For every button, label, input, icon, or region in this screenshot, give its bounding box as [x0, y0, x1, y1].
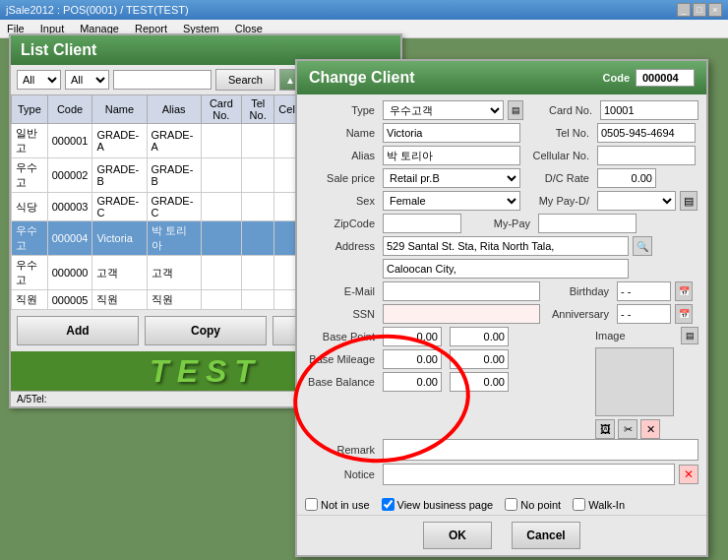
base-point-label: Base Point: [305, 331, 379, 342]
change-client-dialog: Change Client Code 000004 Type 우수고객 ▤ Ca…: [295, 59, 708, 557]
dc-rate-label: D/C Rate: [524, 172, 593, 184]
type-label: Type: [305, 104, 379, 116]
ssn-input[interactable]: [383, 304, 540, 324]
col-cardno: Card No.: [201, 95, 241, 124]
my-pay-d-dropdown[interactable]: [597, 191, 676, 211]
minimize-btn[interactable]: _: [677, 3, 691, 17]
base-balance-row: Base Balance: [305, 372, 589, 392]
tel-label-dialog: Tel No.: [524, 127, 593, 139]
address1-input[interactable]: [383, 236, 629, 256]
zip-input[interactable]: [383, 214, 461, 233]
remark-label: Remark: [305, 444, 379, 456]
notice-input[interactable]: [383, 464, 675, 485]
sex-dropdown[interactable]: Female: [383, 191, 520, 211]
copy-button[interactable]: Copy: [145, 316, 267, 345]
alias-input[interactable]: [383, 146, 520, 165]
col-telno: Tel No.: [242, 95, 274, 124]
ssn-label: SSN: [305, 308, 379, 320]
code-section: Code 000004: [603, 69, 696, 87]
my-pay-input[interactable]: [538, 214, 637, 233]
birthday-input[interactable]: [617, 281, 671, 301]
name-label: Name: [305, 127, 379, 139]
cancel-button[interactable]: Cancel: [512, 522, 580, 549]
sale-price-dropdown[interactable]: Retail pr.B: [383, 168, 520, 188]
cellular-input[interactable]: [597, 146, 696, 165]
image-section: Image ▤ 🖼 ✂ ✕: [595, 327, 698, 439]
address-row1: Address 🔍: [305, 236, 698, 256]
title-bar: jSale2012 : POS(0001) / TEST(TEST) _ □ ×: [0, 0, 728, 20]
maximize-btn[interactable]: □: [693, 3, 706, 17]
anniversary-label: Anniversary: [544, 308, 613, 320]
remark-row: Remark: [305, 439, 698, 461]
base-mileage-right-input[interactable]: [450, 349, 509, 369]
base-balance-label: Base Balance: [305, 376, 379, 388]
image-btn2[interactable]: ✂: [618, 419, 637, 439]
image-label: Image: [595, 330, 626, 342]
tel-input[interactable]: [597, 123, 696, 143]
zip-row: ZipCode My-Pay: [305, 214, 698, 233]
search-input[interactable]: [113, 70, 212, 90]
type-icon-btn[interactable]: ▤: [508, 100, 523, 120]
test-text: TEST: [150, 353, 262, 390]
alias-row: Alias Cellular No.: [305, 146, 698, 165]
ok-button[interactable]: OK: [423, 522, 492, 549]
base-balance-input[interactable]: [383, 372, 442, 392]
dc-rate-input[interactable]: [597, 168, 656, 188]
base-section: Base Point Base Mileage Base Balance: [305, 327, 698, 439]
image-delete-btn[interactable]: ✕: [640, 419, 660, 439]
address-row2: [305, 259, 698, 279]
filter2-dropdown[interactable]: All: [65, 70, 109, 90]
image-btn1[interactable]: 🖼: [595, 419, 615, 439]
base-point-input[interactable]: [383, 327, 442, 346]
dialog-header: Change Client Code 000004: [297, 61, 706, 94]
birthday-cal-btn[interactable]: 📅: [675, 281, 693, 301]
not-in-use-checkbox[interactable]: Not in use: [305, 498, 370, 511]
sex-label: Sex: [305, 195, 379, 207]
checkbox-row: Not in use View business page No point W…: [297, 494, 706, 515]
card-no-input[interactable]: [600, 100, 698, 120]
base-balance-right-input[interactable]: [450, 372, 509, 392]
walk-in-checkbox[interactable]: Walk-In: [573, 498, 625, 511]
view-business-checkbox[interactable]: View business page: [382, 498, 494, 511]
window-controls: _ □ ×: [677, 3, 722, 17]
image-search-btn[interactable]: ▤: [681, 327, 698, 344]
my-pay-d-icon[interactable]: ▤: [680, 191, 698, 211]
email-input[interactable]: [383, 281, 540, 301]
image-controls: 🖼 ✂ ✕: [595, 419, 698, 439]
app-title: jSale2012 : POS(0001) / TEST(TEST): [6, 4, 189, 16]
dialog-title: Change Client: [309, 69, 415, 87]
col-code: Code: [47, 95, 92, 124]
base-point-right-input[interactable]: [450, 327, 509, 346]
notice-delete-btn[interactable]: ✕: [679, 465, 698, 484]
close-btn[interactable]: ×: [708, 3, 722, 17]
notice-row: Notice ✕: [305, 464, 698, 485]
add-button[interactable]: Add: [17, 316, 139, 345]
filter1-dropdown[interactable]: All: [17, 70, 61, 90]
base-mileage-row: Base Mileage: [305, 349, 589, 369]
name-row: Name Tel No.: [305, 123, 698, 143]
sex-row: Sex Female My Pay-D/ ▤: [305, 191, 698, 211]
image-label-row: Image ▤: [595, 327, 698, 344]
no-point-checkbox[interactable]: No point: [505, 498, 561, 511]
dialog-footer: OK Cancel: [297, 515, 706, 555]
search-button[interactable]: Search: [215, 69, 275, 91]
card-no-label: Card No.: [527, 104, 596, 116]
birthday-label: Birthday: [544, 285, 613, 297]
type-dropdown[interactable]: 우수고객: [383, 100, 504, 120]
code-value: 000004: [636, 69, 695, 87]
remark-input[interactable]: [383, 439, 698, 461]
my-pay-label: My-Pay: [465, 218, 534, 229]
name-input[interactable]: [383, 123, 520, 143]
notice-label: Notice: [305, 468, 379, 480]
address-search-btn[interactable]: 🔍: [633, 236, 652, 256]
alias-label: Alias: [305, 150, 379, 161]
anniversary-input[interactable]: [617, 304, 671, 324]
my-pay-d-label: My Pay-D/: [524, 195, 593, 207]
ssn-row: SSN Anniversary 📅: [305, 304, 698, 324]
address2-input[interactable]: [383, 259, 629, 279]
base-mileage-input[interactable]: [383, 349, 442, 369]
anniversary-cal-btn[interactable]: 📅: [675, 304, 693, 324]
base-point-row: Base Point: [305, 327, 589, 346]
col-alias: Alias: [147, 95, 201, 124]
col-type: Type: [12, 95, 48, 124]
